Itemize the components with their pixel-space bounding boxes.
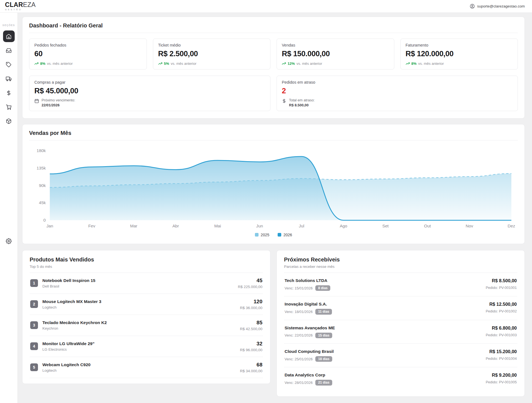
sales-area-chart: 045k90k135k180kJanFevMarAbrMaiJunJulAgoS… — [30, 146, 517, 230]
receivable-amount: R$ 6.800,00 — [486, 325, 517, 331]
receivable-amount: R$ 8.500,00 — [486, 278, 517, 283]
kpi-card-faturamento: Faturamento R$ 120.000,00 8% vs. mês ant… — [400, 38, 518, 70]
truck-icon — [6, 76, 12, 82]
legend-item-2025: 2025 — [255, 233, 269, 237]
note-value: R$ 8.500,00 — [289, 103, 315, 107]
kpi-card-pedidos-em-atraso: Pedidos em atraso 2 Total em atraso: R$ … — [277, 76, 518, 111]
receivable-info: Cloud Computing Brasil Venc: 25/01/2026 … — [285, 349, 334, 362]
dollar-icon — [6, 90, 12, 96]
receivable-info: Data Analytics Corp Venc: 28/01/2026 21 … — [285, 373, 332, 385]
svg-text:180k: 180k — [37, 148, 46, 153]
product-name: Notebook Dell Inspiron 15 — [42, 278, 238, 283]
kpi-label: Compras a pagar — [34, 80, 265, 84]
legend-item-2026: 2026 — [278, 233, 292, 237]
gear-icon — [6, 238, 12, 244]
receivable-amounts: R$ 6.800,00 Pedido: PV-001003 — [486, 325, 517, 337]
product-row: 2 Mouse Logitech MX Master 3 Logitech 12… — [30, 294, 263, 315]
product-info: Mouse Logitech MX Master 3 Logitech — [42, 299, 240, 309]
kpi-trend: 12% vs. mês anterior — [282, 61, 389, 66]
product-rank-badge: 4 — [30, 342, 38, 350]
trend-up-icon — [158, 61, 162, 66]
kpi-trend-note: vs. mês anterior — [47, 61, 73, 66]
product-stats: 45 R$ 225.000,00 — [238, 278, 262, 289]
top-bar: CLAREZA GESTÃO suporte@clarezagestao.com — [0, 0, 532, 13]
product-quantity: 68 — [240, 362, 262, 368]
svg-text:0: 0 — [44, 218, 46, 222]
payables-note: Próximo vencimento: 22/01/2026 — [34, 98, 265, 107]
sales-chart-card: Vendas por Mês 045k90k135k180kJanFevMarA… — [22, 124, 525, 244]
user-account[interactable]: suporte@clarezagestao.com — [470, 4, 525, 9]
product-stats: 68 R$ 34.000,00 — [240, 362, 262, 373]
receivables-list: Tech Solutions LTDA Venc: 15/01/2026 8 d… — [284, 273, 517, 391]
svg-text:90k: 90k — [39, 183, 46, 188]
user-circle-icon — [470, 4, 475, 9]
legend-swatch-2025 — [255, 233, 259, 237]
receivable-meta: Venc: 22/01/2026 15 dias — [285, 333, 335, 338]
product-rank: 3 — [33, 323, 35, 327]
kpi-card-compras-a-pagar: Compras a pagar R$ 45.000,00 Próximo ven… — [29, 76, 270, 111]
home-icon — [6, 34, 12, 39]
divider — [29, 33, 518, 33]
products-subtitle: Top 5 do mês — [30, 265, 263, 269]
sidebar-item-home[interactable] — [3, 30, 15, 42]
sidebar-sections-label: SEÇÕES — [2, 24, 15, 27]
kpi-trend-note: vs. mês anterior — [296, 61, 322, 66]
receivables-title: Próximos Recebíveis — [284, 256, 517, 263]
kpi-card-ticket-medio: Ticket médio R$ 2.500,00 5% vs. mês ante… — [153, 38, 271, 70]
product-total: R$ 225.000,00 — [238, 285, 262, 289]
sidebar-item-tags[interactable] — [3, 59, 15, 70]
product-total: R$ 96.000,00 — [240, 348, 262, 352]
receivable-amounts: R$ 9.200,00 Pedido: PV-001005 — [486, 373, 517, 384]
sidebar-item-products[interactable] — [3, 115, 15, 127]
product-info: Webcam Logitech C920 Logitech — [42, 362, 240, 373]
sidebar-item-inbox[interactable] — [3, 45, 15, 56]
receivable-due: Venc: 18/01/2026 — [285, 310, 313, 314]
legend-swatch-2026 — [278, 233, 281, 237]
tag-icon — [6, 62, 12, 68]
note-value: 22/01/2026 — [42, 103, 75, 107]
kpi-card-vendas: Vendas R$ 150.000,00 12% vs. mês anterio… — [277, 38, 394, 70]
kpi-trend-value: 8% — [40, 61, 45, 66]
sales-chart: 045k90k135k180kJanFevMarAbrMaiJunJulAgoS… — [29, 140, 518, 230]
page-title: Dashboard - Relatório Geral — [29, 22, 518, 29]
note-label: Próximo vencimento: — [42, 98, 75, 102]
receivable-amount: R$ 9.200,00 — [486, 373, 517, 378]
trend-up-icon — [34, 61, 39, 66]
days-badge: 15 dias — [315, 333, 332, 338]
kpi-label: Ticket médio — [158, 43, 265, 47]
product-quantity: 32 — [240, 341, 262, 347]
sidebar-item-purchases[interactable] — [3, 101, 15, 113]
receivable-meta: Venc: 18/01/2026 11 dias — [285, 309, 332, 314]
package-icon — [6, 118, 12, 124]
days-badge: 11 dias — [315, 309, 332, 314]
product-rank-badge: 1 — [30, 279, 38, 287]
kpi-label: Faturamento — [406, 43, 513, 47]
svg-text:Nov: Nov — [466, 224, 473, 228]
kpi-value: R$ 45.000,00 — [34, 87, 265, 95]
sidebar-item-settings[interactable] — [3, 235, 15, 247]
receivable-row: Inovação Digital S.A. Venc: 18/01/2026 1… — [284, 296, 517, 320]
product-rank: 1 — [33, 281, 35, 285]
dollar-icon — [282, 99, 287, 103]
sidebar-item-finance[interactable] — [3, 87, 15, 99]
kpi-trend-value: 12% — [288, 61, 295, 66]
kpi-grid: Pedidos fechados 60 8% vs. mês anterior … — [29, 38, 518, 70]
product-stats: 32 R$ 96.000,00 — [240, 341, 262, 352]
note-label: Total em atraso: — [289, 98, 315, 102]
kpi-trend: 5% vs. mês anterior — [158, 61, 265, 66]
receivable-order: Pedido: PV-001002 — [486, 309, 517, 313]
receivable-row: Data Analytics Corp Venc: 28/01/2026 21 … — [284, 367, 517, 391]
receivable-amounts: R$ 15.200,00 Pedido: PV-001004 — [486, 349, 517, 361]
product-stats: 120 R$ 36.000,00 — [240, 299, 262, 310]
receivable-row: Cloud Computing Brasil Venc: 25/01/2026 … — [284, 344, 517, 367]
svg-text:Mar: Mar — [130, 224, 137, 228]
product-rank: 5 — [33, 365, 35, 369]
summary-wide-grid: Compras a pagar R$ 45.000,00 Próximo ven… — [29, 76, 518, 111]
kpi-label: Pedidos em atraso — [282, 80, 513, 84]
product-name: Teclado Mecânico Keychron K2 — [42, 320, 240, 325]
kpi-value: 60 — [34, 50, 142, 58]
receivable-amount: R$ 12.500,00 — [486, 302, 517, 307]
receivable-due: Venc: 22/01/2026 — [285, 333, 313, 337]
sidebar-item-shipping[interactable] — [3, 73, 15, 84]
product-rank: 4 — [33, 344, 35, 348]
